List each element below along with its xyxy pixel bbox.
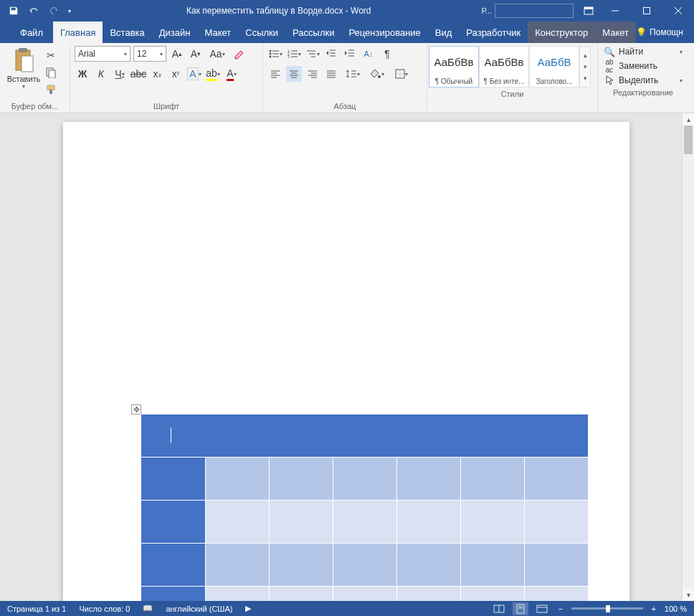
align-right-button[interactable]: [305, 66, 320, 82]
style-name: Заголово...: [530, 77, 579, 87]
zoom-in-button[interactable]: +: [649, 605, 659, 613]
undo-button[interactable]: [24, 1, 43, 20]
grow-font-button[interactable]: A▴: [169, 46, 185, 62]
tab-developer[interactable]: Разработчик: [459, 22, 528, 43]
tab-view[interactable]: Вид: [428, 22, 460, 43]
style-preview: АаБбВ: [538, 47, 571, 77]
sort-button[interactable]: А↓: [361, 46, 376, 62]
replace-icon: abac: [604, 60, 615, 72]
bullets-button[interactable]: ▾: [267, 46, 283, 62]
user-label[interactable]: Р...: [479, 6, 495, 15]
style-preview: АаБбВв: [434, 47, 474, 77]
view-web-button[interactable]: [534, 602, 550, 615]
svg-point-15: [270, 50, 272, 52]
tab-review[interactable]: Рецензирование: [341, 22, 427, 43]
tab-insert[interactable]: Вставка: [103, 22, 151, 43]
zoom-level[interactable]: 100 %: [665, 605, 687, 613]
format-painter-button[interactable]: [44, 83, 57, 96]
tab-file[interactable]: Файл: [10, 22, 53, 43]
close-button[interactable]: [662, 0, 694, 22]
tab-table-design[interactable]: Конструктор: [528, 22, 595, 43]
increase-indent-button[interactable]: [342, 46, 358, 62]
save-button[interactable]: [4, 1, 23, 20]
change-case-button[interactable]: Aa▾: [206, 46, 228, 62]
replace-button[interactable]: abacЗаменить: [604, 60, 683, 72]
share-icon[interactable]: [690, 27, 694, 38]
tab-references[interactable]: Ссылки: [238, 22, 285, 43]
italic-button[interactable]: К: [93, 66, 109, 82]
table-header-row[interactable]: [141, 414, 589, 458]
scroll-down-button[interactable]: ▾: [683, 589, 694, 601]
status-macro-icon[interactable]: ▶: [245, 604, 251, 613]
tab-design[interactable]: Дизайн: [152, 22, 198, 43]
table-row[interactable]: [141, 587, 589, 602]
line-spacing-button[interactable]: ▾: [342, 66, 363, 82]
svg-text:3: 3: [287, 55, 290, 59]
styles-gallery-more[interactable]: ▴▾▾: [579, 46, 591, 87]
window-controls: Р...: [479, 0, 694, 22]
show-marks-button[interactable]: ¶: [379, 46, 395, 62]
svg-rect-9: [19, 48, 27, 52]
align-left-button[interactable]: [267, 66, 283, 82]
table-row[interactable]: [141, 458, 589, 501]
zoom-slider-thumb[interactable]: [606, 605, 610, 612]
svg-rect-61: [517, 605, 524, 613]
table-row[interactable]: [141, 501, 589, 544]
highlight-button[interactable]: ab▾: [205, 66, 221, 82]
font-size-combo[interactable]: 12▾: [133, 46, 166, 62]
select-button[interactable]: Выделить▾: [604, 75, 683, 86]
tab-home[interactable]: Главная: [53, 22, 103, 43]
tab-table-layout[interactable]: Макет: [595, 22, 636, 43]
subscript-button[interactable]: x₂: [149, 66, 165, 82]
zoom-out-button[interactable]: −: [556, 605, 566, 613]
justify-button[interactable]: [323, 66, 339, 82]
redo-button[interactable]: [44, 1, 63, 20]
shrink-font-button[interactable]: A▾: [188, 46, 204, 62]
view-print-button[interactable]: [513, 602, 528, 615]
tab-mailings[interactable]: Рассылки: [285, 22, 341, 43]
maximize-button[interactable]: [631, 0, 662, 22]
view-read-button[interactable]: [491, 602, 507, 615]
table-row[interactable]: [141, 544, 589, 587]
svg-rect-3: [644, 8, 650, 14]
copy-button[interactable]: [44, 66, 57, 79]
style-heading1[interactable]: АаБбВ Заголово...: [529, 46, 579, 87]
numbering-button[interactable]: 123▾: [286, 46, 302, 62]
scroll-up-button[interactable]: ▴: [683, 113, 694, 125]
status-word-count[interactable]: Число слов: 0: [79, 605, 130, 613]
document-table[interactable]: [141, 414, 589, 601]
vertical-scrollbar[interactable]: ▴ ▾: [682, 113, 694, 601]
superscript-button[interactable]: x²: [168, 66, 184, 82]
style-normal[interactable]: АаБбВв ¶ Обычный: [429, 46, 479, 87]
bold-button[interactable]: Ж: [75, 66, 90, 82]
borders-button[interactable]: ▾: [391, 66, 412, 82]
minimize-button[interactable]: [599, 0, 631, 22]
user-box[interactable]: [495, 4, 574, 18]
status-language[interactable]: английский (США): [166, 605, 232, 613]
font-name-combo[interactable]: Arial▾: [75, 46, 130, 62]
font-color-button[interactable]: A▾: [224, 66, 239, 82]
text-effects-button[interactable]: A▾: [186, 66, 202, 82]
paste-button[interactable]: Вставить ▾: [4, 46, 43, 90]
clear-formatting-button[interactable]: [231, 46, 247, 62]
strikethrough-button[interactable]: abc: [130, 66, 146, 82]
tab-layout[interactable]: Макет: [197, 22, 238, 43]
align-center-button[interactable]: [286, 66, 302, 82]
group-clipboard-label: Буфер обм...: [0, 100, 70, 113]
cursor-icon: [604, 75, 615, 86]
cut-button[interactable]: ✂: [44, 49, 57, 62]
style-no-spacing[interactable]: АаБбВв ¶ Без инте...: [479, 46, 529, 87]
table-move-handle[interactable]: ✥: [131, 404, 141, 414]
decrease-indent-button[interactable]: [323, 46, 339, 62]
underline-button[interactable]: Ч▾: [112, 66, 128, 82]
tell-me-input[interactable]: 💡 Помощн: [636, 27, 683, 37]
zoom-slider[interactable]: [571, 607, 643, 610]
qat-customize-button[interactable]: ▾: [65, 1, 75, 20]
find-button[interactable]: 🔍Найти▾: [604, 46, 683, 57]
status-proof-icon[interactable]: 📖: [143, 604, 153, 613]
ribbon-display-options-button[interactable]: [578, 0, 599, 22]
scroll-thumb[interactable]: [684, 125, 693, 154]
shading-button[interactable]: ▾: [366, 66, 388, 82]
multilevel-button[interactable]: ▾: [305, 46, 320, 62]
status-page[interactable]: Страница 1 из 1: [7, 605, 66, 613]
